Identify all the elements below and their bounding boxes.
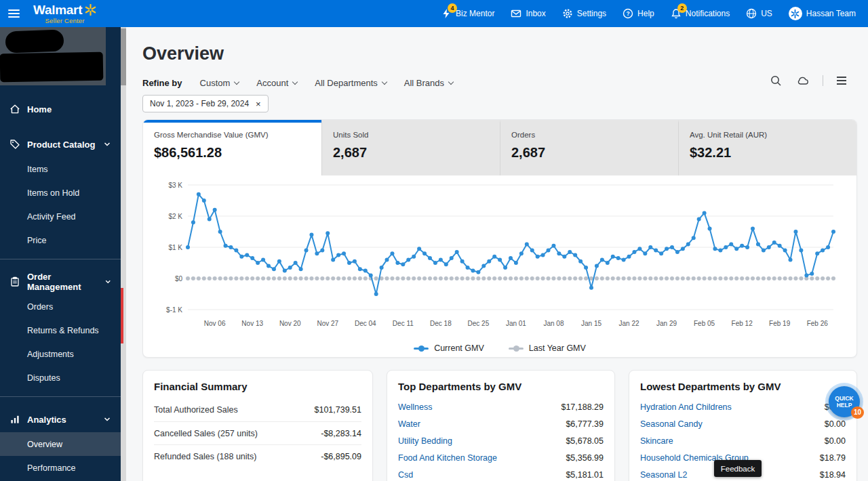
last-year-point bbox=[831, 276, 835, 280]
department-link[interactable]: Seasonal L2 bbox=[640, 470, 688, 480]
last-year-point bbox=[611, 276, 615, 280]
tab-orders[interactable]: Orders 2,687 bbox=[500, 120, 678, 175]
current-gmv-point bbox=[342, 251, 346, 255]
sidebar-item-items-on-hold[interactable]: Items on Hold bbox=[0, 181, 121, 205]
filter-departments[interactable]: All Departments bbox=[315, 78, 386, 88]
download-cloud-icon[interactable] bbox=[795, 73, 810, 88]
sidebar-item-adjustments[interactable]: Adjustments bbox=[0, 342, 121, 366]
department-link[interactable]: Hydration And Childrens bbox=[640, 402, 732, 412]
sidebar-item-product-catalog[interactable]: Product Catalog bbox=[0, 131, 121, 157]
current-gmv-point bbox=[412, 255, 416, 259]
list-view-icon[interactable] bbox=[835, 75, 848, 86]
current-gmv-point bbox=[804, 273, 808, 277]
tab-gmv[interactable]: Gross Merchandise Value (GMV) $86,561.28 bbox=[143, 120, 321, 175]
x-tick-label: Dec 18 bbox=[430, 320, 452, 327]
current-gmv-point bbox=[654, 249, 658, 253]
topnav-locale[interactable]: US bbox=[746, 8, 772, 19]
current-gmv-point bbox=[611, 255, 615, 259]
topnav-help[interactable]: ? Help bbox=[623, 8, 654, 19]
department-link[interactable]: Seasonal Candy bbox=[640, 419, 703, 429]
legend-current-gmv[interactable]: Current GMV bbox=[414, 343, 484, 353]
sidebar-item-items[interactable]: Items bbox=[0, 157, 121, 181]
walmart-logo[interactable]: Walmart Seller Center bbox=[33, 3, 96, 24]
current-gmv-point bbox=[213, 208, 217, 212]
feedback-button[interactable]: Feedback bbox=[714, 460, 762, 477]
scrollbar-thumb[interactable] bbox=[121, 28, 126, 85]
topnav-settings[interactable]: Settings bbox=[562, 8, 606, 19]
last-year-point bbox=[606, 276, 610, 280]
tab-units-sold[interactable]: Units Sold 2,687 bbox=[321, 120, 500, 175]
current-gmv-point bbox=[584, 266, 588, 270]
department-link[interactable]: Food And Kitchen Storage bbox=[398, 453, 497, 463]
current-gmv-point bbox=[261, 257, 265, 262]
sidebar-item-price[interactable]: Price bbox=[0, 228, 121, 252]
current-gmv-point bbox=[578, 259, 583, 264]
toolbar-divider bbox=[823, 75, 823, 86]
legend-last-year-gmv[interactable]: Last Year GMV bbox=[509, 343, 586, 353]
sidebar-item-activity-feed[interactable]: Activity Feed bbox=[0, 205, 121, 228]
last-year-point bbox=[208, 276, 212, 280]
sidebar-item-disputes[interactable]: Disputes bbox=[0, 366, 121, 390]
last-year-point bbox=[541, 276, 545, 280]
topnav-account[interactable]: Hassan Team bbox=[789, 7, 856, 20]
department-link[interactable]: Wellness bbox=[398, 402, 432, 412]
current-gmv-point bbox=[197, 192, 201, 196]
last-year-point bbox=[584, 276, 588, 280]
last-year-point bbox=[492, 276, 496, 280]
sidebar-item-order-management[interactable]: Order Management bbox=[0, 269, 121, 295]
filter-custom[interactable]: Custom bbox=[200, 78, 239, 88]
last-year-point bbox=[224, 276, 228, 280]
topnav-notifications[interactable]: 2 Notifications bbox=[671, 8, 730, 19]
date-range-chip[interactable]: Nov 1, 2023 - Feb 29, 2024 × bbox=[142, 95, 269, 112]
last-year-point bbox=[740, 276, 744, 280]
last-year-point bbox=[277, 276, 281, 280]
topnav: 4 Biz Mentor Inbox Settings ? H bbox=[441, 7, 868, 20]
tab-aur[interactable]: Avg. Unit Retail (AUR) $32.21 bbox=[678, 120, 856, 175]
current-gmv-point bbox=[632, 250, 636, 254]
search-icon[interactable] bbox=[768, 73, 783, 88]
notifications-badge: 2 bbox=[677, 3, 687, 13]
current-gmv-point bbox=[471, 269, 475, 273]
department-link[interactable]: Skincare bbox=[640, 436, 673, 446]
last-year-point bbox=[433, 276, 437, 280]
current-gmv-point bbox=[789, 257, 793, 262]
current-gmv-point bbox=[315, 251, 319, 255]
sidebar-divider bbox=[0, 396, 121, 397]
department-link[interactable]: Utility Bedding bbox=[398, 436, 452, 446]
department-link[interactable]: Csd bbox=[398, 470, 413, 480]
sidebar-item-orders[interactable]: Orders bbox=[0, 295, 121, 318]
sidebar-item-returns-refunds[interactable]: Returns & Refunds bbox=[0, 318, 121, 342]
scrollbar-track[interactable] bbox=[121, 27, 126, 481]
row-value: -$8,283.14 bbox=[321, 429, 361, 438]
last-year-point bbox=[428, 276, 432, 280]
last-year-point bbox=[815, 276, 819, 280]
topnav-biz-mentor[interactable]: 4 Biz Mentor bbox=[441, 8, 494, 19]
last-year-point bbox=[256, 276, 260, 280]
card-row: Utility Bedding$5,678.05 bbox=[398, 432, 604, 449]
sidebar-item-analytics[interactable]: Analytics bbox=[0, 406, 121, 432]
x-tick-label: Dec 11 bbox=[393, 320, 414, 327]
filter-brands[interactable]: All Brands bbox=[404, 78, 453, 88]
home-icon bbox=[9, 104, 20, 114]
current-gmv-point bbox=[783, 249, 787, 253]
last-year-point bbox=[648, 276, 652, 280]
last-year-point bbox=[342, 276, 346, 280]
current-gmv-point bbox=[218, 230, 222, 234]
current-gmv-point bbox=[476, 270, 480, 274]
row-value: $17,188.29 bbox=[561, 402, 604, 412]
topnav-inbox[interactable]: Inbox bbox=[511, 8, 545, 19]
sidebar-item-overview[interactable]: Overview bbox=[0, 432, 121, 456]
close-icon[interactable]: × bbox=[256, 100, 261, 108]
scrollbar-marker[interactable] bbox=[121, 288, 123, 343]
last-year-point bbox=[363, 276, 368, 280]
quick-help-button[interactable]: QUICK HELP 10 bbox=[829, 386, 860, 417]
department-link[interactable]: Water bbox=[398, 419, 420, 429]
sidebar-item-home[interactable]: Home bbox=[0, 96, 121, 122]
current-gmv-point bbox=[713, 247, 717, 251]
last-year-point bbox=[632, 276, 636, 280]
svg-text:?: ? bbox=[627, 10, 630, 17]
filter-account[interactable]: Account bbox=[256, 78, 297, 88]
last-year-point bbox=[358, 276, 362, 280]
sidebar-item-performance[interactable]: Performance bbox=[0, 456, 121, 480]
hamburger-menu-icon[interactable] bbox=[0, 5, 26, 22]
